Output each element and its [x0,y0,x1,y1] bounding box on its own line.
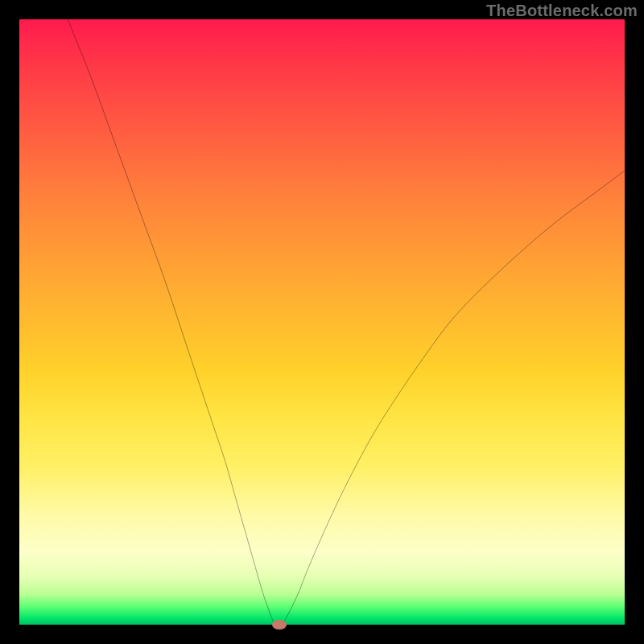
chart-frame: TheBottleneck.com [0,0,644,644]
chart-plot-area [19,19,625,625]
min-point-marker [272,620,287,630]
watermark-text: TheBottleneck.com [486,2,638,20]
